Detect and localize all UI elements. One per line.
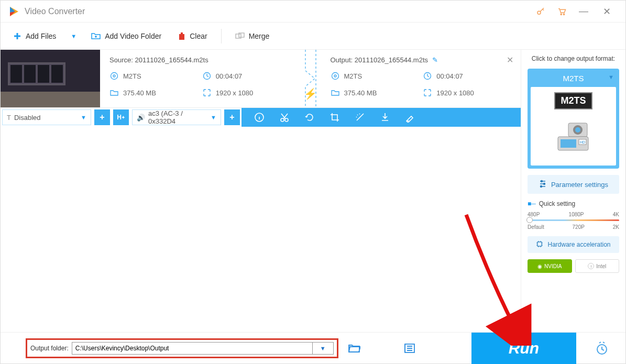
chevron-down-icon: ▼ bbox=[81, 114, 86, 120]
add-files-dropdown-icon[interactable]: ▼ bbox=[65, 33, 82, 39]
task-list-icon[interactable] bbox=[401, 340, 418, 357]
svg-point-6 bbox=[113, 75, 115, 77]
toolbar: Add Files ▼ Add Video Folder Clear Merge bbox=[1, 23, 625, 50]
camcorder-icon: HD bbox=[553, 114, 595, 158]
svg-rect-24 bbox=[537, 242, 542, 246]
quality-slider[interactable] bbox=[528, 219, 619, 221]
output-folder-dropdown[interactable]: ▼ bbox=[313, 342, 334, 355]
clock-icon bbox=[202, 71, 212, 81]
disc-icon bbox=[331, 71, 340, 81]
remove-item-icon[interactable]: ✕ bbox=[507, 55, 513, 65]
key-icon[interactable] bbox=[530, 1, 551, 22]
output-filename: 20111026_165544.m2ts bbox=[355, 56, 428, 64]
merge-icon bbox=[235, 32, 245, 40]
nvidia-chip[interactable]: ◉NVIDIA bbox=[528, 259, 572, 273]
parameter-settings-button[interactable]: Parameter settings bbox=[528, 175, 619, 194]
hardware-accel-button[interactable]: Hardware acceleration bbox=[528, 236, 619, 253]
svg-point-5 bbox=[111, 73, 118, 80]
output-info: Output: 20111026_165544.m2ts✎ M2TS 00:04… bbox=[321, 50, 521, 107]
output-format: M2TS bbox=[344, 72, 363, 80]
quick-setting-label: Quick setting bbox=[539, 200, 575, 207]
resolution-icon bbox=[202, 88, 212, 97]
svg-point-0 bbox=[537, 11, 541, 14]
merge-button: Merge bbox=[228, 27, 277, 45]
close-button[interactable]: ✕ bbox=[595, 1, 618, 22]
folder-icon bbox=[331, 88, 340, 97]
output-folder-input[interactable] bbox=[72, 342, 313, 355]
cut-icon[interactable] bbox=[279, 112, 290, 123]
subtitle-h-button[interactable]: H✦ bbox=[113, 109, 129, 125]
watermark-icon[interactable] bbox=[380, 112, 390, 123]
svg-point-16 bbox=[575, 127, 580, 133]
nvidia-label: NVIDIA bbox=[544, 263, 562, 269]
sliders-icon bbox=[539, 180, 547, 190]
right-panel: Click to change output format: M2TS ▼ M2… bbox=[521, 50, 625, 332]
resolution-icon bbox=[423, 88, 432, 97]
crop-icon[interactable] bbox=[330, 112, 340, 123]
svg-rect-18 bbox=[561, 139, 576, 148]
edit-name-icon[interactable]: ✎ bbox=[432, 56, 438, 64]
svg-point-9 bbox=[334, 75, 336, 77]
param-label: Parameter settings bbox=[551, 181, 608, 189]
chevron-down-icon: ▼ bbox=[211, 114, 216, 120]
intel-label: Intel bbox=[596, 263, 606, 269]
add-folder-button[interactable]: Add Video Folder bbox=[84, 27, 169, 45]
video-thumbnail[interactable] bbox=[1, 50, 100, 107]
add-subtitle-button[interactable]: + bbox=[94, 109, 110, 125]
add-files-button[interactable]: Add Files bbox=[6, 27, 63, 45]
run-button[interactable]: Run bbox=[471, 333, 576, 364]
cart-icon[interactable] bbox=[551, 1, 572, 22]
format-card-title: M2TS bbox=[531, 72, 616, 87]
folder-plus-icon bbox=[91, 32, 101, 40]
edit-icon[interactable] bbox=[405, 112, 415, 123]
info-icon[interactable] bbox=[254, 112, 265, 123]
minimize-button[interactable]: — bbox=[572, 1, 595, 22]
svg-point-1 bbox=[561, 14, 562, 15]
subtitle-value: Disabled bbox=[14, 114, 41, 122]
svg-text:HD: HD bbox=[579, 140, 585, 144]
subtitle-icon: T bbox=[7, 114, 11, 122]
source-label: Source: bbox=[109, 56, 133, 64]
add-files-label: Add Files bbox=[26, 32, 56, 40]
source-format: M2TS bbox=[123, 72, 141, 80]
audio-dropdown[interactable]: 🔊 ac3 (AC-3 / 0x332D4 ▼ bbox=[132, 109, 221, 125]
effects-icon[interactable] bbox=[355, 112, 365, 123]
intel-chip[interactable]: iIntel bbox=[575, 259, 620, 273]
file-item: Source: 20111026_165544.m2ts M2TS 00:04:… bbox=[1, 50, 521, 108]
app-logo-icon bbox=[8, 5, 20, 18]
svg-point-2 bbox=[563, 14, 564, 15]
schedule-icon[interactable] bbox=[584, 333, 620, 364]
rotate-icon[interactable] bbox=[304, 112, 315, 123]
plus-icon bbox=[13, 32, 21, 40]
source-duration: 00:04:07 bbox=[216, 72, 243, 80]
svg-point-8 bbox=[332, 73, 338, 80]
output-folder-highlight: Output folder: ▼ bbox=[26, 338, 338, 358]
toolbar-separator bbox=[221, 29, 222, 43]
folder-icon bbox=[109, 88, 119, 97]
clear-label: Clear bbox=[190, 32, 207, 40]
output-duration: 00:04:07 bbox=[436, 72, 463, 80]
add-audio-button[interactable]: + bbox=[224, 109, 240, 125]
output-format-card[interactable]: M2TS ▼ M2TS HD bbox=[528, 69, 619, 169]
titlebar: Video Converter — ✕ bbox=[1, 1, 625, 23]
chevron-down-icon: ▼ bbox=[608, 74, 614, 80]
item-controls: T Disabled ▼ + H✦ 🔊 ac3 (AC-3 / 0x332D4 … bbox=[1, 108, 521, 127]
subtitle-dropdown[interactable]: T Disabled ▼ bbox=[2, 109, 91, 125]
source-filename: 20111026_165544.m2ts bbox=[135, 56, 208, 64]
change-format-label: Click to change output format: bbox=[528, 55, 619, 62]
open-folder-icon[interactable] bbox=[346, 340, 363, 357]
svg-point-21 bbox=[541, 180, 542, 182]
clear-button[interactable]: Clear bbox=[171, 27, 214, 45]
svg-point-23 bbox=[540, 185, 542, 187]
conversion-divider: ⚡ bbox=[300, 50, 321, 107]
source-resolution: 1920 x 1080 bbox=[216, 89, 254, 97]
source-info: Source: 20111026_165544.m2ts M2TS 00:04:… bbox=[100, 50, 300, 107]
run-label: Run bbox=[509, 339, 539, 357]
source-size: 375.40 MB bbox=[123, 89, 156, 97]
output-resolution: 1920 x 1080 bbox=[436, 89, 474, 97]
preset-default: Default bbox=[528, 224, 544, 230]
hw-label: Hardware acceleration bbox=[547, 241, 610, 248]
chip-icon bbox=[536, 240, 543, 249]
speaker-icon: 🔊 bbox=[137, 114, 145, 122]
lightning-icon: ⚡ bbox=[304, 87, 317, 100]
